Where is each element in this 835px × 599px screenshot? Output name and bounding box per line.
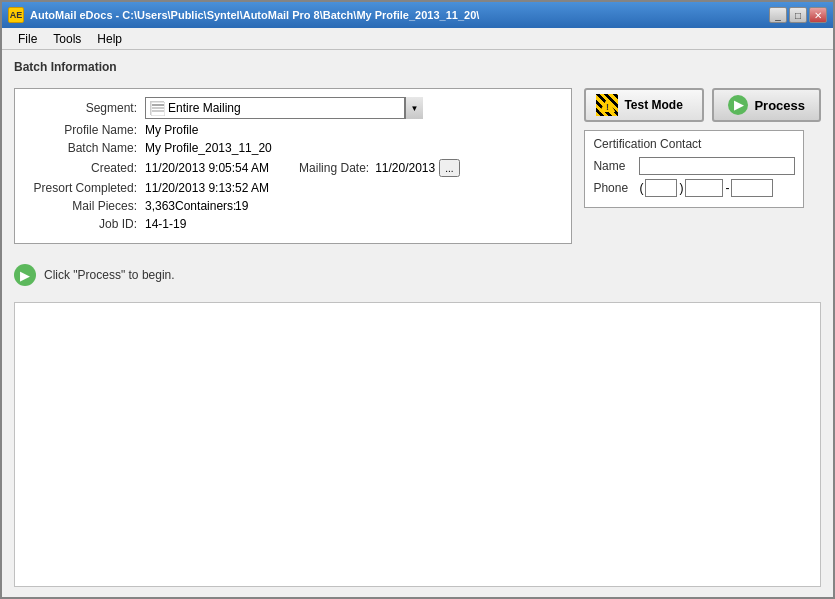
mailing-date-value: 11/20/2013 [375, 161, 435, 175]
menu-tools[interactable]: Tools [45, 30, 89, 48]
phone-inputs: ( ) - [639, 179, 773, 197]
batch-name-value: My Profile_2013_11_20 [145, 141, 272, 155]
right-panel: ! Test Mode ▶ Process Certification Cont… [584, 88, 821, 208]
mailing-date-picker-button[interactable]: ... [439, 159, 459, 177]
warning-stripes-icon: ! [596, 94, 618, 116]
mail-pieces-label: Mail Pieces: [25, 199, 145, 213]
menu-file[interactable]: File [10, 30, 45, 48]
certification-title: Certification Contact [593, 137, 795, 151]
phone-number-input[interactable] [731, 179, 773, 197]
mail-pieces-row: Mail Pieces: 3,363 Containers: 19 [25, 199, 561, 213]
test-mode-label: Test Mode [624, 98, 682, 112]
batch-panel: Segment: [14, 88, 572, 244]
maximize-button[interactable]: □ [789, 7, 807, 23]
bottom-area [14, 302, 821, 587]
job-id-row: Job ID: 14-1-19 [25, 217, 561, 231]
created-row: Created: 11/20/2013 9:05:54 AM Mailing D… [25, 159, 561, 177]
main-window: AE AutoMail eDocs - C:\Users\Public\Synt… [0, 0, 835, 599]
segment-value: Entire Mailing [168, 101, 241, 115]
process-button[interactable]: ▶ Process [712, 88, 821, 122]
mail-pieces-value: 3,363 [145, 199, 175, 213]
profile-name-label: Profile Name: [25, 123, 145, 137]
job-id-value: 14-1-19 [145, 217, 186, 231]
batch-name-row: Batch Name: My Profile_2013_11_20 [25, 141, 561, 155]
main-row: Segment: [14, 88, 821, 244]
batch-info-title: Batch Information [14, 60, 821, 74]
test-mode-button[interactable]: ! Test Mode [584, 88, 704, 122]
app-icon: AE [8, 7, 24, 23]
created-value: 11/20/2013 9:05:54 AM [145, 161, 269, 175]
title-bar-left: AE AutoMail eDocs - C:\Users\Public\Synt… [8, 7, 479, 23]
menu-bar: File Tools Help [2, 28, 833, 50]
title-buttons: _ □ ✕ [769, 7, 827, 23]
top-buttons-row: ! Test Mode ▶ Process [584, 88, 821, 122]
segment-label: Segment: [25, 101, 145, 115]
status-message: Click "Process" to begin. [44, 268, 175, 282]
batch-name-label: Batch Name: [25, 141, 145, 155]
segment-dropdown[interactable]: Entire Mailing [145, 97, 405, 119]
segment-select-wrapper: Entire Mailing ▼ [145, 97, 423, 119]
mailing-date-label: Mailing Date: [299, 161, 375, 175]
segment-select-icon [150, 101, 164, 115]
process-arrow-icon: ▶ [728, 95, 748, 115]
minimize-button[interactable]: _ [769, 7, 787, 23]
name-input[interactable] [639, 157, 795, 175]
content-area: Batch Information Segment: [2, 50, 833, 597]
svg-rect-3 [152, 110, 164, 112]
close-button[interactable]: ✕ [809, 7, 827, 23]
created-label: Created: [25, 161, 145, 175]
presort-row: Presort Completed: 11/20/2013 9:13:52 AM [25, 181, 561, 195]
containers-value: 19 [235, 199, 248, 213]
profile-name-row: Profile Name: My Profile [25, 123, 561, 137]
process-label: Process [754, 98, 805, 113]
phone-field-row: Phone ( ) - [593, 179, 795, 197]
segment-row: Segment: [25, 97, 561, 119]
job-id-label: Job ID: [25, 217, 145, 231]
svg-rect-2 [152, 107, 164, 109]
svg-rect-1 [152, 104, 164, 106]
status-arrow-icon: ▶ [14, 264, 36, 286]
name-label: Name [593, 159, 633, 173]
title-bar: AE AutoMail eDocs - C:\Users\Public\Synt… [2, 2, 833, 28]
status-row: ▶ Click "Process" to begin. [14, 260, 821, 290]
certification-box: Certification Contact Name Phone ( ) - [584, 130, 804, 208]
window-title: AutoMail eDocs - C:\Users\Public\Syntel\… [30, 9, 479, 21]
dropdown-arrow-icon[interactable]: ▼ [405, 97, 423, 119]
phone-exchange-input[interactable] [685, 179, 723, 197]
containers-label: Containers: [175, 199, 235, 213]
presort-value: 11/20/2013 9:13:52 AM [145, 181, 269, 195]
phone-label: Phone [593, 181, 633, 195]
profile-name-value: My Profile [145, 123, 198, 137]
menu-help[interactable]: Help [89, 30, 130, 48]
name-field-row: Name [593, 157, 795, 175]
presort-label: Presort Completed: [25, 181, 145, 195]
phone-area-input[interactable] [645, 179, 677, 197]
